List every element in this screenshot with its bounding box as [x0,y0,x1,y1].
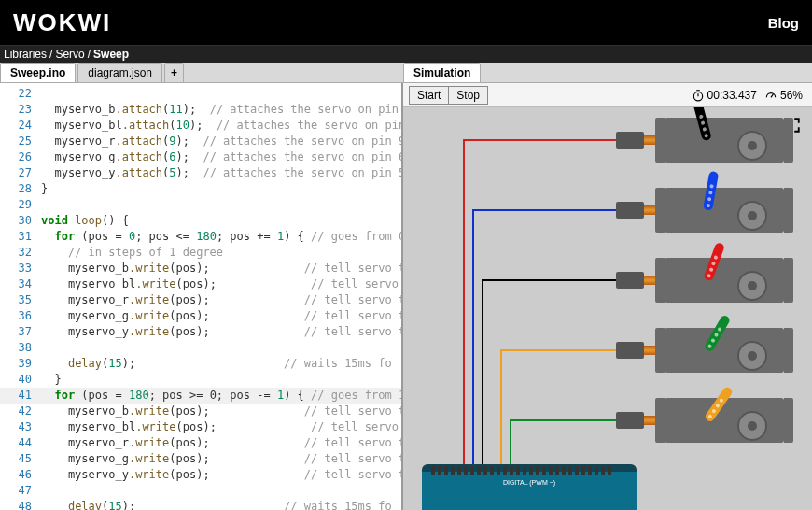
breadcrumb: Libraries/Servo/Sweep [0,45,812,63]
servo-red[interactable] [616,252,784,308]
tab-simulation[interactable]: Simulation [403,63,481,82]
tab-diagram-json[interactable]: diagram.json [77,63,162,82]
breadcrumb-libraries[interactable]: Libraries [4,48,47,61]
line-gutter: 2223242526272829303132333435363738394041… [0,83,37,510]
logo[interactable]: WOKWI [13,8,111,37]
start-button[interactable]: Start [409,86,449,105]
sim-time: 00:33.437 [688,89,761,102]
app-header: WOKWI Blog [0,0,812,45]
board-digital-label: DIGITAL (PWM ~) [503,479,555,486]
stopwatch-icon [692,89,705,102]
simulation-panel: Start Stop 00:33.437 56% [401,83,812,510]
gauge-icon [764,89,777,102]
code-editor[interactable]: 2223242526272829303132333435363738394041… [0,83,401,510]
blog-link[interactable]: Blog [768,15,799,31]
tab-add[interactable]: + [164,63,184,82]
breadcrumb-servo[interactable]: Servo [55,48,84,61]
servo-yellow[interactable] [616,392,784,448]
simulation-toolbar: Start Stop 00:33.437 56% [403,83,812,107]
simulation-canvas[interactable]: DIGITAL (PWM ~) ∞ UNO [403,107,812,510]
servo-green[interactable] [616,322,784,378]
breadcrumb-current: Sweep [93,48,129,61]
servo-blue[interactable] [616,182,784,238]
svg-point-0 [693,92,702,100]
code-content[interactable]: myservo_b.attach(11); // attaches the se… [37,83,401,510]
sim-performance: 56% [761,89,806,102]
servo-black[interactable] [616,112,784,168]
editor-tabs: Sweep.ino diagram.json + Simulation [0,63,812,83]
tab-sweep-ino[interactable]: Sweep.ino [0,63,76,82]
stop-button[interactable]: Stop [449,86,488,105]
arduino-board[interactable]: DIGITAL (PWM ~) ∞ UNO [422,464,637,510]
